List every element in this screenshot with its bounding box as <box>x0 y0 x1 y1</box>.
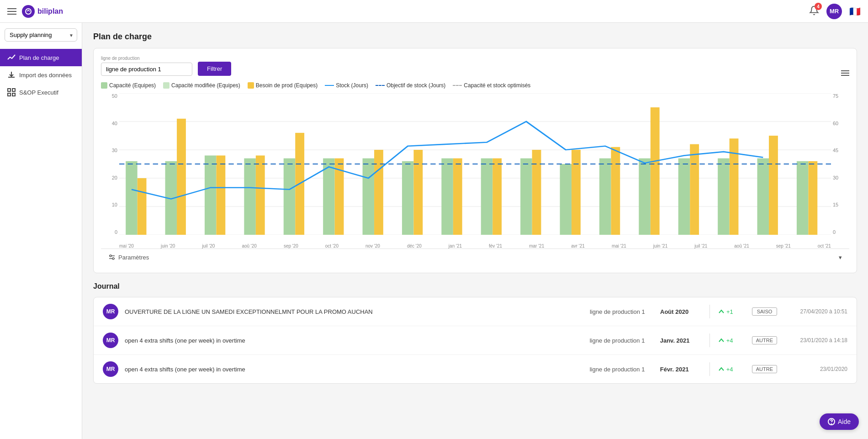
notification-count: 4 <box>815 3 822 10</box>
journal-item: MR OUVERTURE DE LA LIGNE UN SAMEDI EXCEP… <box>94 297 857 326</box>
journal-prod-1: ligne de production 1 <box>590 337 654 344</box>
production-line-input[interactable] <box>101 63 192 76</box>
journal-description-2: open 4 extra shifts (one per week) in ov… <box>125 366 583 373</box>
user-avatar[interactable]: MR <box>826 4 842 19</box>
legend-capacity-box <box>101 82 107 89</box>
legend-capacity: Capacité (Equipes) <box>101 82 156 89</box>
svg-rect-17 <box>244 159 255 235</box>
legend-capacity-mod: Capacité modifiée (Equipes) <box>163 82 240 89</box>
svg-rect-12 <box>138 178 147 235</box>
language-flag[interactable]: 🇫🇷 <box>849 6 861 17</box>
journal-period-1: Janv. 2021 <box>660 337 701 344</box>
journal-avatar-1: MR <box>103 333 118 348</box>
help-button[interactable]: Aide <box>820 413 859 430</box>
journal-title: Journal <box>93 282 857 291</box>
svg-rect-24 <box>374 150 383 235</box>
chart-svg-container <box>119 93 831 235</box>
x-axis: mai '20 juin '20 juil '20 aoû '20 sep '2… <box>119 237 831 249</box>
svg-rect-11 <box>126 161 137 235</box>
notifications-button[interactable]: 4 <box>809 5 819 17</box>
svg-rect-4 <box>12 93 15 96</box>
journal-date-0: 27/04/2020 à 10:51 <box>783 308 847 315</box>
sidebar: Supply planning Plan de charge Import de… <box>0 23 82 439</box>
journal-description-0: OUVERTURE DE LA LIGNE UN SAMEDI EXCEPTIO… <box>125 308 583 315</box>
journal-date-2: 23/01/2020 <box>783 366 847 372</box>
svg-rect-34 <box>572 150 581 235</box>
chart-svg <box>119 93 831 235</box>
legend-capacity-mod-box <box>163 82 169 89</box>
sidebar-module-selector[interactable]: Supply planning <box>5 28 77 42</box>
chart-legend: Capacité (Equipes) Capacité modifiée (Eq… <box>101 82 849 89</box>
filter-row: ligne de production Filtrer <box>101 56 849 76</box>
svg-rect-27 <box>441 159 453 235</box>
journal-prod-0: ligne de production 1 <box>590 308 654 315</box>
journal-tag-0: SAISO <box>752 307 777 316</box>
svg-rect-29 <box>481 159 492 235</box>
filter-field-production: ligne de production <box>101 56 192 76</box>
journal-item: MR open 4 extra shifts (one per week) in… <box>94 326 857 355</box>
hamburger-menu[interactable] <box>7 8 16 15</box>
separator <box>709 362 710 376</box>
app-header: biliplan 4 MR 🇫🇷 <box>0 0 868 23</box>
chart-icon <box>7 53 16 62</box>
y-axis-right: 75604530150 <box>831 93 849 235</box>
svg-rect-2 <box>12 89 15 91</box>
svg-point-53 <box>831 424 831 424</box>
separator <box>709 333 710 347</box>
journal-date-1: 23/01/2020 à 14:18 <box>783 337 847 344</box>
legend-objectif-line <box>376 85 385 86</box>
sidebar-item-import-donnees[interactable]: Import des données <box>0 66 82 84</box>
legend-stock-objectif: Objectif de stock (Jours) <box>376 82 445 89</box>
svg-rect-16 <box>216 155 225 235</box>
legend-besoin: Besoin de prod (Equipes) <box>248 82 318 89</box>
journal-avatar-0: MR <box>103 304 118 319</box>
svg-rect-36 <box>611 147 620 235</box>
svg-point-50 <box>110 255 111 257</box>
journal-list: MR OUVERTURE DE LA LIGNE UN SAMEDI EXCEP… <box>93 297 857 384</box>
sidebar-item-plan-de-charge[interactable]: Plan de charge <box>0 49 82 66</box>
journal-change-0: +1 <box>718 308 746 315</box>
parametres-row[interactable]: Paramètres ▾ <box>101 249 849 265</box>
svg-point-51 <box>112 258 114 259</box>
journal-tag-2: AUTRE <box>752 365 777 373</box>
svg-rect-25 <box>402 161 413 235</box>
chart-menu[interactable] <box>841 70 849 76</box>
journal-change-2: +4 <box>718 366 746 373</box>
plan-de-charge-card: ligne de production Filtrer Capacité (Eq… <box>93 48 857 273</box>
sidebar-item-saop-executif[interactable]: S&OP Executif <box>0 84 82 101</box>
journal-period-2: Févr. 2021 <box>660 366 701 373</box>
svg-rect-28 <box>453 159 462 235</box>
svg-rect-39 <box>678 159 690 235</box>
grid-icon <box>7 88 16 96</box>
legend-optimised: Capacité et stock optimisés <box>453 82 530 89</box>
legend-stock-line <box>325 85 334 86</box>
svg-rect-23 <box>363 159 374 235</box>
svg-rect-46 <box>808 161 817 235</box>
legend-optimised-line <box>453 85 462 86</box>
svg-rect-38 <box>651 107 660 235</box>
separator <box>709 305 710 318</box>
download-icon <box>7 71 16 79</box>
module-select[interactable]: Supply planning <box>5 28 77 42</box>
svg-rect-26 <box>413 150 423 235</box>
svg-rect-14 <box>177 119 186 235</box>
journal-period-0: Août 2020 <box>660 308 701 315</box>
page-title: Plan de charge <box>93 32 857 42</box>
svg-rect-35 <box>599 159 611 235</box>
svg-rect-41 <box>718 159 729 235</box>
filter-button[interactable]: Filtrer <box>198 62 231 76</box>
journal-prod-2: ligne de production 1 <box>590 366 654 373</box>
svg-rect-37 <box>639 159 650 235</box>
svg-rect-45 <box>797 161 808 235</box>
chart-area: 50403020100 75604530150 <box>101 93 849 249</box>
svg-rect-44 <box>769 136 778 235</box>
journal-description-1: open 4 extra shifts (one per week) in ov… <box>125 337 583 344</box>
svg-rect-32 <box>532 150 541 235</box>
journal-tag-1: AUTRE <box>752 336 777 344</box>
svg-rect-30 <box>492 159 502 235</box>
svg-rect-15 <box>205 155 216 235</box>
svg-rect-40 <box>690 144 699 235</box>
y-axis-left: 50403020100 <box>101 93 119 235</box>
svg-rect-18 <box>256 155 265 235</box>
journal-change-1: +4 <box>718 337 746 344</box>
